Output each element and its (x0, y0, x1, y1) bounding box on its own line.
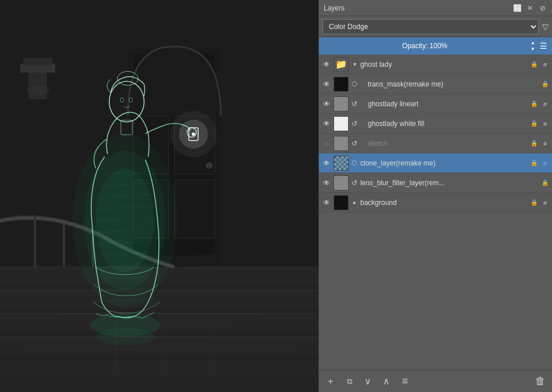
svg-point-25 (206, 163, 212, 168)
opacity-down[interactable]: ▼ (529, 46, 536, 52)
move-down-button[interactable]: ∨ (361, 375, 375, 389)
layer-type-icon: ⬡ (350, 158, 359, 168)
layer-alpha-icon[interactable]: α (540, 99, 550, 109)
panel-header: Layers ⬜ ✕ ⊘ (319, 0, 552, 16)
group-expand-icon[interactable]: ▸ (350, 197, 359, 208)
layer-thumbnail (334, 175, 349, 190)
filter-icon[interactable]: ⊘ (538, 3, 547, 13)
move-up-button[interactable]: ∧ (379, 375, 393, 389)
svg-rect-24 (174, 180, 215, 238)
svg-rect-4 (0, 290, 318, 308)
layer-visibility-toggle[interactable] (321, 79, 332, 89)
svg-point-35 (96, 168, 154, 273)
layer-type-icon: ↺ (350, 178, 359, 188)
blend-mode-row: NormalDissolveDarkenMultiplyColor BurnLi… (319, 16, 552, 37)
layer-name: trans_mask(remake me) (368, 80, 539, 88)
canvas-area[interactable] (0, 0, 318, 392)
layer-thumbnail (334, 96, 349, 112)
layer-row[interactable]: ⬡clone_layer(remake me)🔒α (319, 153, 552, 173)
layer-right-icons: 🔒 (540, 178, 550, 188)
layer-right-icons: 🔒α (529, 139, 550, 148)
svg-rect-5 (0, 314, 318, 331)
layer-lock-icon[interactable]: 🔒 (540, 80, 550, 89)
layer-visibility-toggle[interactable] (321, 197, 332, 208)
layer-lock-icon[interactable]: 🔒 (529, 159, 539, 168)
layer-name: ghostlady lineart (368, 100, 528, 108)
layer-row[interactable]: 📁▾ghost lady🔒α (319, 55, 552, 74)
layer-alpha-icon[interactable]: α (540, 198, 550, 207)
layer-name: lens_blur_filter_layer(rem... (360, 179, 539, 187)
svg-point-47 (96, 328, 154, 346)
svg-point-45 (170, 111, 217, 157)
layer-lock-icon[interactable]: 🔒 (529, 119, 539, 128)
layer-visibility-toggle[interactable] (321, 178, 332, 188)
layer-right-icons: 🔒α (529, 159, 550, 168)
layer-row[interactable]: ↺ghostlady lineart🔒α (319, 94, 552, 114)
layer-name: sketch (368, 139, 528, 148)
blend-mode-icon: ▽ (542, 22, 549, 31)
layer-right-icons: 🔒 (540, 80, 550, 89)
layer-thumbnail (334, 116, 349, 131)
svg-rect-6 (0, 337, 318, 354)
maximize-icon[interactable]: ⬜ (512, 3, 522, 13)
layer-row[interactable]: ⬡trans_mask(remake me)🔒 (319, 74, 552, 94)
layer-visibility-toggle[interactable] (321, 118, 332, 129)
bottom-toolbar: + ⧉ ∨ ∧ ≡ 🗑 (319, 370, 552, 392)
layer-row[interactable]: ↺lens_blur_filter_layer(rem...🔒 (319, 173, 552, 193)
add-layer-button[interactable]: + (324, 375, 338, 389)
copy-layer-button[interactable]: ⧉ (342, 375, 356, 389)
layer-alpha-icon[interactable]: α (540, 119, 550, 128)
layer-alpha-icon[interactable]: α (540, 60, 550, 69)
opacity-row: Opacity: 100% ▲ ▼ ☰ (319, 37, 552, 55)
layer-type-icon: ⬡ (350, 79, 359, 89)
layer-alpha-icon[interactable]: α (540, 159, 550, 168)
layer-thumbnail (334, 156, 349, 171)
layer-row[interactable]: ↺ghostlady white fill🔒α (319, 114, 552, 134)
layer-lock-icon[interactable]: 🔒 (529, 99, 539, 109)
svg-rect-7 (0, 360, 318, 377)
layer-name: background (360, 199, 528, 207)
layer-thumbnail (334, 136, 349, 151)
layer-lock-icon[interactable]: 🔒 (529, 60, 539, 69)
layer-name: ghostlady white fill (368, 120, 528, 128)
layer-right-icons: 🔒α (529, 99, 550, 109)
panel-title: Layers (324, 4, 345, 12)
merge-layers-button[interactable]: ≡ (398, 375, 412, 389)
layers-list: 📁▾ghost lady🔒α⬡trans_mask(remake me)🔒↺gh… (319, 55, 552, 370)
layer-lock-icon[interactable]: 🔒 (529, 198, 539, 207)
layer-lock-icon[interactable]: 🔒 (529, 139, 539, 148)
svg-point-29 (26, 85, 49, 95)
layer-thumbnail (334, 195, 349, 210)
opacity-up[interactable]: ▲ (529, 40, 536, 46)
layer-right-icons: 🔒α (529, 198, 550, 207)
layer-visibility-toggle[interactable] (321, 158, 332, 168)
opacity-label: Opacity: 100% (322, 42, 527, 50)
blend-mode-select[interactable]: NormalDissolveDarkenMultiplyColor BurnLi… (322, 19, 539, 34)
svg-rect-27 (20, 64, 55, 73)
layer-visibility-toggle[interactable] (321, 99, 332, 109)
layer-visibility-toggle[interactable] (321, 59, 332, 70)
layers-panel: Layers ⬜ ✕ ⊘ NormalDissolveDarkenMultipl… (318, 0, 552, 392)
layer-right-icons: 🔒α (529, 119, 550, 128)
layer-alpha-icon[interactable]: α (540, 139, 550, 148)
layer-right-icons: 🔒α (529, 60, 550, 69)
layer-name: clone_layer(remake me) (360, 159, 528, 167)
layer-type-icon: ↺ (350, 138, 359, 149)
layer-menu-icon[interactable]: ☰ (539, 41, 549, 51)
layer-visibility-toggle[interactable] (321, 138, 332, 149)
layer-row[interactable]: ▸background🔒α (319, 193, 552, 213)
layer-thumbnail (334, 77, 349, 92)
layer-type-icon: ↺ (350, 118, 359, 129)
group-expand-icon[interactable]: ▾ (350, 59, 359, 70)
layer-row[interactable]: ↺sketch🔒α (319, 134, 552, 153)
close-icon[interactable]: ✕ (525, 3, 535, 13)
layer-name: ghost lady (360, 60, 528, 69)
delete-layer-button[interactable]: 🗑 (533, 375, 547, 389)
svg-rect-28 (23, 58, 52, 65)
layer-thumbnail: 📁 (334, 57, 349, 72)
layer-lock-icon[interactable]: 🔒 (540, 178, 550, 188)
opacity-controls: ▲ ▼ (529, 40, 536, 52)
layer-type-icon: ↺ (350, 99, 359, 109)
